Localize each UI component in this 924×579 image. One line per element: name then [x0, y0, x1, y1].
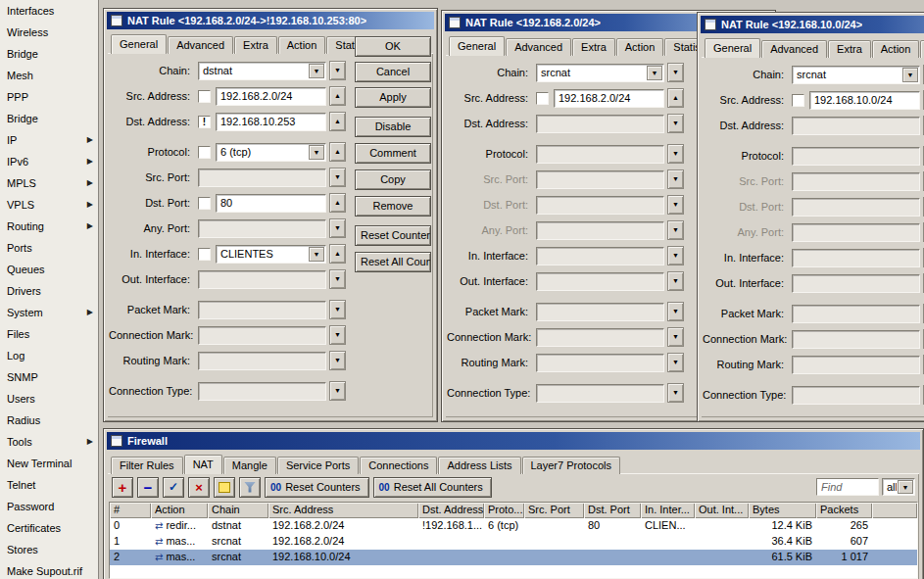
disable-button[interactable]: Disable	[355, 117, 431, 137]
filter-button[interactable]	[239, 477, 261, 498]
sidebar-item-snmp[interactable]: SNMP	[0, 366, 98, 388]
table-row[interactable]: 0⇄redir...dstnat192.168.2.0/24!192.168.1…	[110, 518, 917, 534]
column-header-proto[interactable]: Proto...	[484, 503, 524, 518]
sidebar-item-mpls[interactable]: MPLS▶	[0, 172, 98, 194]
field-toggle-button[interactable]: ▼	[329, 381, 346, 401]
empty-field[interactable]	[198, 326, 326, 345]
empty-field[interactable]	[198, 270, 326, 289]
sidebar-item-ipv6[interactable]: IPv6▶	[0, 151, 98, 172]
column-header-src-address[interactable]: Src. Address	[268, 503, 418, 518]
reset-all-counters-button[interactable]: 00 Reset All Counters	[373, 477, 492, 498]
sidebar-item-ports[interactable]: Ports	[0, 237, 98, 259]
empty-field[interactable]	[792, 172, 920, 191]
tab-advanced[interactable]: Advanced	[761, 40, 827, 58]
sidebar-item-vpls[interactable]: VPLS▶	[0, 194, 98, 216]
field-checkbox[interactable]	[198, 90, 211, 103]
sidebar-item-ip[interactable]: IP▶	[0, 129, 98, 151]
sidebar-item-ppp[interactable]: PPP	[0, 86, 98, 108]
empty-field[interactable]	[198, 301, 326, 319]
dropdown-arrow-icon[interactable]: ▼	[647, 66, 662, 80]
tab-extra[interactable]: Extra	[572, 38, 615, 56]
ok-button[interactable]: OK	[355, 36, 431, 57]
add-button[interactable]: +	[112, 477, 133, 498]
sidebar-item-system[interactable]: System▶	[0, 302, 98, 323]
sidebar-item-mesh[interactable]: Mesh	[0, 65, 98, 86]
field-toggle-button[interactable]: ▼	[667, 63, 684, 82]
dropdown-arrow-icon[interactable]: ▼	[309, 247, 324, 262]
field-combobox[interactable]: srcnat▼	[792, 66, 920, 84]
field-toggle-button[interactable]: ▼	[329, 168, 346, 187]
tab-service-ports[interactable]: Service Ports	[277, 457, 359, 474]
sidebar-item-routing[interactable]: Routing▶	[0, 216, 98, 237]
tab-layer7-protocols[interactable]: Layer7 Protocols	[522, 457, 621, 474]
field-toggle-button[interactable]: ▼	[667, 246, 684, 265]
sidebar-item-drivers[interactable]: Drivers	[0, 280, 98, 302]
field-combobox[interactable]: 6 (tcp)▼	[216, 143, 326, 162]
tab-general[interactable]: General	[449, 36, 505, 56]
tab-statistics[interactable]: Statistics	[920, 40, 924, 58]
field-checkbox[interactable]	[536, 92, 549, 105]
dropdown-arrow-icon[interactable]: ▼	[309, 145, 324, 160]
column-header-action[interactable]: Action	[151, 503, 208, 518]
empty-field[interactable]	[792, 117, 920, 135]
comment-button[interactable]: Comment	[355, 143, 431, 164]
tab-mangle[interactable]: Mangle	[223, 457, 276, 474]
field-toggle-button[interactable]: ▲	[329, 142, 346, 162]
field-toggle-button[interactable]: ▲	[329, 193, 346, 213]
column-header-out-int[interactable]: Out. Int...	[695, 503, 749, 518]
column-header-src-port[interactable]: Src. Port	[524, 503, 584, 518]
firewall-titlebar[interactable]: Firewall	[107, 432, 920, 450]
sidebar-item-bridge[interactable]: Bridge	[0, 43, 98, 65]
comment-button[interactable]	[214, 477, 235, 498]
field-input[interactable]: 192.168.10.253	[216, 113, 326, 131]
field-toggle-button[interactable]: ▲	[329, 244, 346, 264]
empty-field[interactable]	[792, 147, 920, 166]
field-toggle-button[interactable]: ▲	[667, 88, 684, 108]
empty-field[interactable]	[198, 169, 326, 187]
reset-counters-button[interactable]: 00 Reset Counters	[265, 477, 369, 498]
tab-advanced[interactable]: Advanced	[168, 36, 233, 54]
tab-general[interactable]: General	[111, 34, 167, 54]
sidebar-item-interfaces[interactable]: Interfaces	[0, 0, 98, 22]
tab-extra[interactable]: Extra	[828, 40, 871, 58]
sidebar-item-certificates[interactable]: Certificates	[0, 517, 98, 539]
sidebar-item-tools[interactable]: Tools▶	[0, 431, 98, 453]
empty-field[interactable]	[536, 170, 664, 189]
enable-button[interactable]: ✓	[163, 477, 184, 498]
dropdown-arrow-icon[interactable]: ▼	[898, 480, 913, 494]
column-header-in-inter[interactable]: In. Inter...	[641, 503, 695, 518]
field-toggle-button[interactable]: ▼	[329, 300, 346, 319]
empty-field[interactable]	[536, 145, 664, 164]
empty-field[interactable]	[198, 219, 326, 238]
tab-filter-rules[interactable]: Filter Rules	[111, 457, 183, 474]
field-toggle-button[interactable]: ▼	[329, 325, 346, 345]
sidebar-item-stores[interactable]: Stores	[0, 539, 98, 560]
field-toggle-button[interactable]: ▲	[329, 86, 346, 106]
column-header-packets[interactable]: Packets	[816, 503, 872, 518]
empty-field[interactable]	[198, 382, 326, 401]
dropdown-arrow-icon[interactable]: ▼	[902, 68, 918, 82]
sidebar-item-radius[interactable]: Radius	[0, 410, 98, 431]
cancel-button[interactable]: Cancel	[355, 62, 431, 82]
empty-field[interactable]	[792, 305, 920, 323]
sidebar-item-wireless[interactable]: Wireless	[0, 22, 98, 43]
sidebar-item-new-terminal[interactable]: New Terminal	[0, 453, 98, 474]
field-checkbox[interactable]	[198, 197, 211, 210]
tab-general[interactable]: General	[705, 38, 760, 58]
empty-field[interactable]	[792, 223, 920, 242]
field-toggle-button[interactable]: ▼	[329, 218, 346, 238]
field-combobox[interactable]: CLIENTES▼	[216, 245, 326, 264]
field-toggle-button[interactable]: ▼	[667, 327, 684, 347]
reset-counters-button[interactable]: Reset Counters	[355, 225, 431, 246]
column-header-bytes[interactable]: Bytes	[749, 503, 816, 518]
empty-field[interactable]	[536, 115, 664, 133]
apply-button[interactable]: Apply	[355, 87, 431, 108]
remove-button[interactable]: Remove	[355, 196, 431, 217]
empty-field[interactable]	[536, 247, 664, 265]
field-checkbox[interactable]	[792, 94, 804, 107]
find-scope-dropdown[interactable]: all ▼	[882, 478, 915, 496]
empty-field[interactable]	[792, 249, 920, 267]
empty-field[interactable]	[792, 330, 920, 349]
field-toggle-button[interactable]: ▼	[667, 195, 684, 215]
empty-field[interactable]	[536, 328, 664, 347]
